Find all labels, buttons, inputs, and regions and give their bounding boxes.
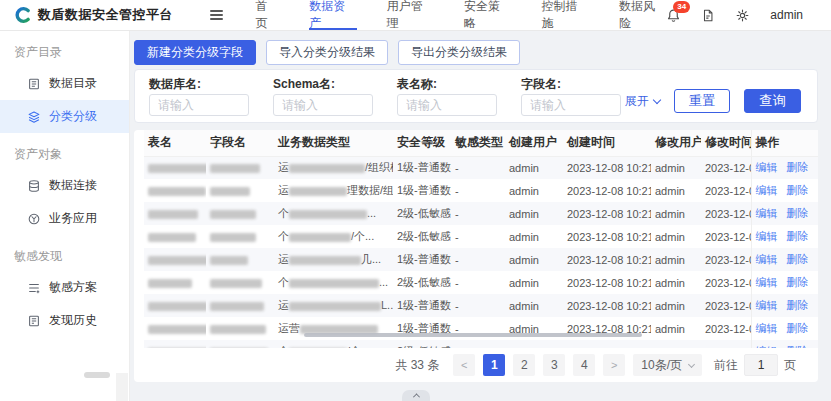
cell-created-time: 2023-12-08 10:21:17 <box>563 179 651 202</box>
page-numbers: 1234 <box>483 354 595 376</box>
field-name-input[interactable] <box>521 94 621 116</box>
chevron-down-icon <box>688 360 695 367</box>
sidebar-item-classify-grade[interactable]: 分类分级 <box>0 100 129 133</box>
page-button-2[interactable]: 2 <box>513 354 535 376</box>
delete-link[interactable]: 删除 <box>787 161 809 173</box>
edit-link[interactable]: 编辑 <box>756 184 778 196</box>
reset-button[interactable]: 重置 <box>674 89 731 113</box>
table-row: 个...2级-低敏感数...-admin2023-12-08 10:21:17a… <box>144 202 818 225</box>
page-size-select[interactable]: 10条/页 <box>633 354 702 376</box>
sidebar-item-sensitive-plan[interactable]: 敏感方案 <box>0 271 129 304</box>
cell-field-name <box>206 225 274 248</box>
table-name-input[interactable] <box>397 94 497 116</box>
delete-link[interactable]: 删除 <box>787 276 809 288</box>
cell-business-type: 个... <box>274 202 393 225</box>
cell-actions: 编辑删除 <box>751 340 818 348</box>
redacted-table-name <box>148 164 206 173</box>
cell-security-level: 2级-低敏感数... <box>393 340 451 348</box>
nav-item-data-assets[interactable]: 数据资产 <box>309 0 356 30</box>
edit-link[interactable]: 编辑 <box>756 299 778 311</box>
table-row: 运理数据/组织机...1级-普通数据-admin2023-12-08 10:21… <box>144 179 818 202</box>
delete-link[interactable]: 删除 <box>787 184 809 196</box>
goto-label: 前往 <box>714 357 738 374</box>
page-button-3[interactable]: 3 <box>543 354 565 376</box>
delete-link[interactable]: 删除 <box>787 322 809 334</box>
table-row: 个/个...2级-低敏感数...-admin2023-12-08 10:21:1… <box>144 340 818 348</box>
sidebar-section-title: 资产对象 <box>0 133 129 169</box>
column-header: 敏感类型 <box>451 130 505 156</box>
cell-actions: 编辑删除 <box>751 179 818 202</box>
table-row: 运L...1级-普通数据-admin2023-12-08 10:21:17adm… <box>144 294 818 317</box>
delete-link[interactable]: 删除 <box>787 299 809 311</box>
cell-modifier: admin <box>651 179 701 202</box>
delete-link[interactable]: 删除 <box>787 253 809 265</box>
nav-item-security-policy[interactable]: 安全策略 <box>464 0 511 30</box>
delete-link[interactable]: 删除 <box>787 230 809 242</box>
filter-field-database-name: 数据库名: <box>149 76 249 116</box>
prev-page-button[interactable]: < <box>453 354 475 376</box>
edit-link[interactable]: 编辑 <box>756 161 778 173</box>
redacted-business-type <box>289 256 361 265</box>
nav-item-home[interactable]: 首页 <box>255 0 279 30</box>
document-report-icon[interactable] <box>701 8 715 23</box>
page-button-1[interactable]: 1 <box>483 354 505 376</box>
total-count: 共 33 条 <box>395 357 439 374</box>
cell-business-type: 运几... <box>274 248 393 271</box>
edit-link[interactable]: 编辑 <box>756 207 778 219</box>
database-name-input[interactable] <box>149 94 249 116</box>
logo: 数盾数据安全管控平台 <box>0 6 210 24</box>
nav-item-user-management[interactable]: 用户管理 <box>387 0 434 30</box>
delete-link[interactable]: 删除 <box>787 345 809 348</box>
cell-business-type: 运/组织机... <box>274 156 393 179</box>
cell-modified-time: 2023-12-08 10 <box>701 294 751 317</box>
column-header: 业务数据类型 <box>274 130 393 156</box>
column-header: 安全等级 <box>393 130 451 156</box>
notification-bell-icon[interactable]: 34 <box>666 8 681 23</box>
cell-field-name <box>206 340 274 348</box>
table-header-row: 表名字段名业务数据类型安全等级敏感类型创建用户创建时间修改用户修改时间操作 <box>144 130 818 156</box>
sidebar-collapse-handle[interactable] <box>84 372 110 378</box>
search-button[interactable]: 查询 <box>744 89 801 113</box>
chevron-up-icon <box>412 393 419 400</box>
sidebar-item-business-app[interactable]: 业务应用 <box>0 202 129 235</box>
nav-item-control-measures[interactable]: 控制措施 <box>541 0 588 30</box>
edit-link[interactable]: 编辑 <box>756 322 778 334</box>
sidebar-item-data-connection[interactable]: 数据连接 <box>0 169 129 202</box>
edit-link[interactable]: 编辑 <box>756 276 778 288</box>
delete-link[interactable]: 删除 <box>787 207 809 219</box>
cell-created-time: 2023-12-08 10:21:17 <box>563 202 651 225</box>
next-page-button[interactable]: > <box>603 354 625 376</box>
current-user[interactable]: admin <box>770 8 803 22</box>
goto-page: 前往 页 <box>714 354 796 376</box>
new-classify-field-button[interactable]: 新建分类分级字段 <box>134 40 256 65</box>
topbar-right: 34 admin <box>666 8 831 23</box>
settings-gear-icon[interactable] <box>735 8 750 23</box>
cell-table-name <box>144 294 206 317</box>
nav-item-data-risk[interactable]: 数据风险 <box>619 0 666 30</box>
sidebar-item-label: 敏感方案 <box>49 279 97 296</box>
edit-link[interactable]: 编辑 <box>756 345 778 348</box>
cell-creator: admin <box>505 202 563 225</box>
cell-modified-time: 2023-12-08 10 <box>701 225 751 248</box>
cell-sensitive-type: - <box>451 202 505 225</box>
expand-filters-link[interactable]: 展开 <box>625 93 660 110</box>
horizontal-scrollbar[interactable] <box>304 333 642 337</box>
collapse-up-pill[interactable] <box>402 390 430 401</box>
edit-link[interactable]: 编辑 <box>756 230 778 242</box>
import-result-button[interactable]: 导入分类分级结果 <box>266 40 388 65</box>
cell-security-level: 2级-低敏感数... <box>393 202 451 225</box>
edit-link[interactable]: 编辑 <box>756 253 778 265</box>
cell-modified-time: 2023-12-08 10 <box>701 202 751 225</box>
table-row: 个...2级-低敏感数...-admin2023-12-08 10:21:17a… <box>144 271 818 294</box>
sidebar-item-discovery-history[interactable]: 发现历史 <box>0 304 129 337</box>
schema-name-input[interactable] <box>273 94 373 116</box>
hamburger-menu-icon[interactable] <box>210 7 223 22</box>
sidebar-item-data-catalog[interactable]: 数据目录 <box>0 67 129 100</box>
cell-sensitive-type: - <box>451 294 505 317</box>
cell-sensitive-type: - <box>451 156 505 179</box>
sidebar-scrollbar[interactable] <box>116 373 128 401</box>
goto-page-input[interactable] <box>744 354 778 376</box>
page-button-4[interactable]: 4 <box>573 354 595 376</box>
export-result-button[interactable]: 导出分类分级结果 <box>398 40 520 65</box>
cell-creator: admin <box>505 156 563 179</box>
